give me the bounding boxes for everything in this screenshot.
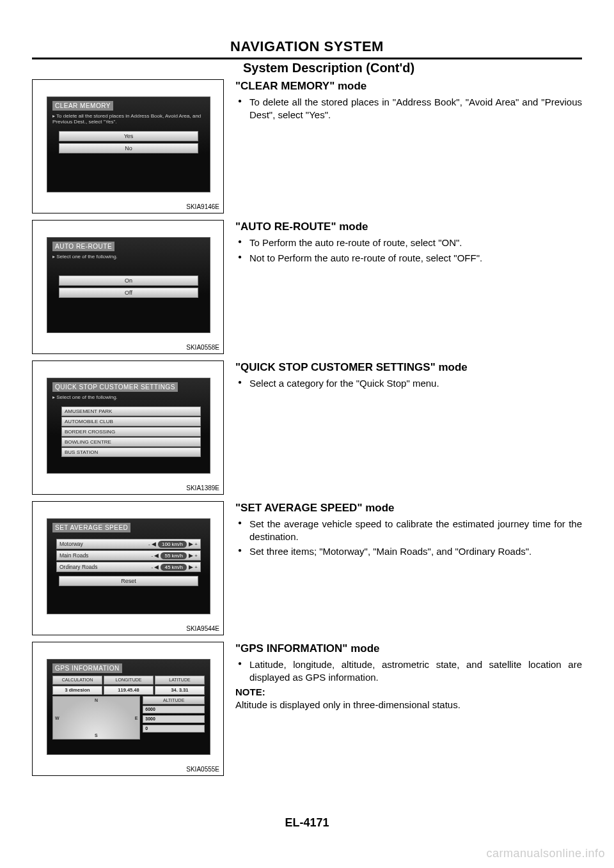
list-item[interactable]: BOWLING CENTRE bbox=[61, 437, 201, 447]
gps-lower: N S E W ALTITUDE 6000 3000 0 bbox=[52, 696, 205, 740]
bullets: Set the average vehicle speed to calibra… bbox=[235, 518, 582, 558]
bullet-text: To delete all the stored places in "Addr… bbox=[235, 96, 582, 121]
section-heading: "SET AVERAGE SPEED" mode bbox=[235, 501, 582, 515]
section-heading: "QUICK STOP CUSTOMER SETTINGS" mode bbox=[235, 360, 582, 375]
section-quick-stop: "QUICK STOP CUSTOMER SETTINGS" mode Sele… bbox=[235, 360, 582, 501]
gps-header: LATITUDE bbox=[155, 676, 205, 685]
text-column: "CLEAR MEMORY" mode To delete all the st… bbox=[235, 79, 582, 782]
gps-value: 3 dimesion bbox=[52, 686, 102, 695]
section-clear-memory: "CLEAR MEMORY" mode To delete all the st… bbox=[235, 79, 582, 220]
gps-header: LONGITUDE bbox=[104, 676, 154, 685]
figures-column: CLEAR MEMORY ▸ To delete all the stored … bbox=[32, 79, 224, 782]
compass-n: N bbox=[95, 698, 98, 702]
bullet-text: Set three items; "Motorway", "Main Roads… bbox=[235, 545, 582, 558]
altitude-tick: 0 bbox=[143, 725, 205, 732]
row-controls: - ◀55 km/h▶ + bbox=[151, 551, 198, 561]
compass-e: E bbox=[135, 716, 138, 720]
section-avg-speed: "SET AVERAGE SPEED" mode Set the average… bbox=[235, 501, 582, 642]
row-label: Motorway bbox=[59, 539, 83, 548]
speed-row-ordinary[interactable]: Ordinary Roads - ◀45 km/h▶ + bbox=[56, 562, 201, 572]
speed-row-main[interactable]: Main Roads - ◀55 km/h▶ + bbox=[56, 550, 201, 561]
screen-title: SET AVERAGE SPEED bbox=[52, 523, 130, 532]
compass-w: W bbox=[55, 716, 59, 720]
list-item[interactable]: AMUSEMENT PARK bbox=[61, 407, 201, 416]
bullet-text: Set the average vehicle speed to calibra… bbox=[235, 518, 582, 543]
figure-code: SKIA1389E bbox=[186, 484, 219, 492]
bullet-text: Latitude, longitude, altitude, astrometr… bbox=[235, 658, 582, 683]
gps-value-row: 3 dimesion 119.45.48 34. 3.31 bbox=[52, 686, 205, 695]
header-rule bbox=[32, 58, 582, 59]
altitude-tick: 3000 bbox=[143, 715, 205, 723]
note-text: Altitude is displayed only in three-dime… bbox=[235, 699, 582, 711]
manual-page: NAVIGATION SYSTEM System Description (Co… bbox=[0, 0, 614, 868]
bullets: Latitude, longitude, altitude, astrometr… bbox=[235, 658, 582, 683]
figure-gps-info: GPS INFORMATION CALCULATION LONGITUDE LA… bbox=[32, 642, 224, 776]
figure-avg-speed: SET AVERAGE SPEED Motorway - ◀100 km/h▶ … bbox=[32, 501, 224, 635]
bullet-text: Not to Perform the auto re-route of rout… bbox=[235, 252, 582, 265]
section-heading: "CLEAR MEMORY" mode bbox=[235, 79, 582, 93]
speed-value: 55 km/h bbox=[161, 552, 186, 559]
bullet-text: Select a category for the "Quick Stop" m… bbox=[235, 377, 582, 390]
row-label: Ordinary Roads bbox=[59, 562, 98, 571]
figure-auto-reroute: AUTO RE-ROUTE ▸ Select one of the follow… bbox=[32, 220, 224, 354]
screen-instruction: ▸ To delete all the stored places in Add… bbox=[52, 113, 205, 125]
figure-quick-stop: QUICK STOP CUSTOMER SETTINGS ▸ Select on… bbox=[32, 360, 224, 495]
screen-title: AUTO RE-ROUTE bbox=[52, 242, 114, 251]
screen-quick-stop: QUICK STOP CUSTOMER SETTINGS ▸ Select on… bbox=[47, 378, 210, 474]
figure-code: SKIA9146E bbox=[186, 203, 219, 210]
figure-code: SKIA0555E bbox=[186, 766, 219, 773]
screen-title: GPS INFORMATION bbox=[52, 663, 122, 673]
watermark: carmanualsonline.info bbox=[486, 847, 605, 860]
speed-row-motorway[interactable]: Motorway - ◀100 km/h▶ + bbox=[56, 539, 201, 549]
gps-header: CALCULATION bbox=[52, 676, 102, 685]
page-number: EL-4171 bbox=[0, 816, 614, 830]
list-item[interactable]: BUS STATION bbox=[61, 447, 201, 457]
bullet-text: To Perform the auto re-route of route, s… bbox=[235, 236, 582, 249]
note-label: NOTE: bbox=[235, 686, 582, 699]
content-area: CLEAR MEMORY ▸ To delete all the stored … bbox=[32, 79, 582, 782]
bullets: To delete all the stored places in "Addr… bbox=[235, 96, 582, 121]
screen-avg-speed: SET AVERAGE SPEED Motorway - ◀100 km/h▶ … bbox=[47, 518, 210, 614]
page-title: NAVIGATION SYSTEM bbox=[32, 38, 582, 55]
screen-title: CLEAR MEMORY bbox=[52, 101, 113, 111]
section-heading: "GPS INFORMATION" mode bbox=[235, 642, 582, 656]
section-gps-info: "GPS INFORMATION" mode Latitude, longitu… bbox=[235, 642, 582, 782]
screen-instruction: ▸ Select one of the following. bbox=[52, 254, 205, 260]
altitude-tick: 6000 bbox=[143, 706, 205, 713]
altitude-label: ALTITUDE bbox=[143, 696, 205, 704]
satellite-dome: N S E W bbox=[52, 696, 140, 740]
row-controls: - ◀45 km/h▶ + bbox=[151, 562, 198, 572]
speed-value: 45 km/h bbox=[161, 564, 186, 571]
section-auto-reroute: "AUTO RE-ROUTE" mode To Perform the auto… bbox=[235, 220, 582, 360]
list-item[interactable]: AUTOMOBILE CLUB bbox=[61, 417, 201, 426]
reset-button[interactable]: Reset bbox=[59, 576, 198, 586]
figure-code: SKIA9544E bbox=[186, 625, 219, 632]
speed-value: 100 km/h bbox=[158, 541, 187, 548]
altitude-panel: ALTITUDE 6000 3000 0 bbox=[143, 696, 205, 740]
screen-title: QUICK STOP CUSTOMER SETTINGS bbox=[52, 382, 178, 392]
gps-header-row: CALCULATION LONGITUDE LATITUDE bbox=[52, 676, 205, 685]
page-subtitle: System Description (Cont'd) bbox=[243, 61, 582, 75]
on-button[interactable]: On bbox=[59, 275, 198, 286]
no-button[interactable]: No bbox=[59, 143, 198, 153]
screen-auto-reroute: AUTO RE-ROUTE ▸ Select one of the follow… bbox=[47, 237, 210, 333]
bullets: To Perform the auto re-route of route, s… bbox=[235, 236, 582, 264]
screen-clear-memory: CLEAR MEMORY ▸ To delete all the stored … bbox=[47, 97, 210, 192]
gps-value: 119.45.48 bbox=[104, 686, 154, 695]
list-item[interactable]: BORDER CROSSING bbox=[61, 427, 201, 437]
row-controls: - ◀100 km/h▶ + bbox=[148, 539, 198, 549]
section-heading: "AUTO RE-ROUTE" mode bbox=[235, 220, 582, 234]
compass-s: S bbox=[95, 733, 98, 738]
screen-gps-info: GPS INFORMATION CALCULATION LONGITUDE LA… bbox=[47, 659, 210, 755]
screen-instruction: ▸ Select one of the following. bbox=[52, 394, 205, 400]
bullets: Select a category for the "Quick Stop" m… bbox=[235, 377, 582, 390]
figure-code: SKIA0558E bbox=[186, 344, 219, 351]
yes-button[interactable]: Yes bbox=[59, 131, 198, 141]
off-button[interactable]: Off bbox=[59, 288, 198, 298]
row-label: Main Roads bbox=[59, 551, 88, 560]
figure-clear-memory: CLEAR MEMORY ▸ To delete all the stored … bbox=[32, 79, 224, 213]
gps-value: 34. 3.31 bbox=[155, 686, 205, 695]
